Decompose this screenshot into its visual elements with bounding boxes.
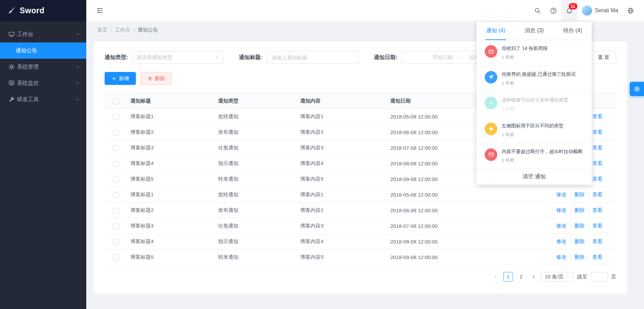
view-link[interactable]: 查看 [592,192,603,198]
prev-page-button[interactable] [491,272,500,281]
delete-link[interactable]: 删除 [574,192,585,198]
notification-item[interactable]: 左侧图标用于区分不同的类型 1 年前 [477,117,592,143]
row-checkbox[interactable] [113,223,119,229]
delete-link[interactable]: 删除 [574,238,585,245]
view-link[interactable]: 查看 [592,176,603,182]
notice-content-cell: 博客内容2 [296,207,386,214]
select-all-checkbox[interactable] [113,98,119,104]
breadcrumb-home[interactable]: 首页 [97,27,107,33]
edit-link[interactable]: 修改 [556,223,567,229]
language-button[interactable] [623,0,639,21]
notice-title-cell: 博客标题1 [126,192,214,198]
row-checkbox[interactable] [113,114,119,120]
mail-icon [488,49,494,55]
edit-link[interactable]: 修改 [556,254,567,260]
notification-item-read[interactable]: 这种模板可以区分多种通知类型 1 年前 [477,92,592,117]
row-checkbox[interactable] [113,239,119,245]
send-icon [488,74,494,80]
sidebar-item-dev-tools[interactable]: 研发工具 [0,91,86,108]
user-name: Serati Ma [595,7,618,14]
view-link[interactable]: 查看 [592,129,603,135]
notification-item[interactable]: 你推荐的 曲妮妮 已通过第三轮面试 1 年前 [477,66,592,92]
view-link[interactable]: 查看 [592,207,603,214]
page-2-button[interactable]: 2 [516,272,526,281]
star-icon [488,126,494,132]
globe-icon [627,7,634,14]
breadcrumb-workbench[interactable]: 工作台 [115,27,130,33]
view-link[interactable]: 查看 [592,238,603,245]
next-page-button[interactable] [529,272,538,281]
search-button[interactable] [530,0,545,21]
row-checkbox-cell [105,238,126,245]
view-link[interactable]: 查看 [592,113,603,120]
user-menu[interactable]: Serati Ma [577,0,623,21]
notification-body: 你收到了 14 份新周报 1 年前 [502,45,548,60]
menu-label: 工作台 [17,31,75,38]
row-checkbox[interactable] [113,192,119,198]
settings-button[interactable] [630,82,644,96]
breadcrumb-separator: / [133,27,135,33]
add-button[interactable]: 新增 [105,72,136,85]
notice-date-cell: 2018-07-08 12:00:00 [386,223,498,229]
help-button[interactable] [545,0,561,21]
tab-messages[interactable]: 消息 (3) [515,22,553,40]
view-link[interactable]: 查看 [592,254,603,260]
delete-button[interactable]: 删除 [141,72,172,85]
page-1-button[interactable]: 1 [503,272,513,281]
notification-title: 左侧图标用于区分不同的类型 [502,123,564,129]
column-header-type: 通知类型 [214,98,296,104]
row-checkbox[interactable] [113,161,119,167]
delete-link[interactable]: 删除 [574,223,585,229]
topbar: 11 Serati Ma [86,0,644,21]
clear-notifications-button[interactable]: 清空 通知 [477,169,592,185]
notifications-button[interactable]: 11 [561,0,577,21]
reset-button[interactable]: 重 置 [591,51,616,64]
edit-link[interactable]: 修改 [556,207,567,214]
gear-icon [633,85,641,93]
delete-link[interactable]: 删除 [574,254,585,260]
notice-content-cell: 博客内容5 [296,176,386,182]
notification-panel: 通知 (4) 消息 (3) 待办 (4) 你收到了 14 份新周报 1 年前 你… [477,22,592,185]
monitor-icon [8,80,15,87]
notice-type-select[interactable]: 请选择通知类型 [132,51,224,64]
notice-type-cell: 发布通知 [214,129,296,135]
app-logo: Sword [0,0,86,21]
action-divider [570,192,571,197]
notification-title: 你推荐的 曲妮妮 已通过第三轮面试 [502,71,576,77]
row-checkbox[interactable] [113,145,119,151]
edit-link[interactable]: 修改 [556,238,567,245]
row-checkbox[interactable] [113,255,119,260]
sidebar-item-system-management[interactable]: 系统管理 [0,59,86,75]
row-checkbox[interactable] [113,130,119,135]
filter-title-label: 通知标题: [239,54,262,61]
row-checkbox-cell [105,254,126,260]
notification-item[interactable]: 内容不要超过两行字，超出时自动截断 1 年前 [477,143,592,169]
row-checkbox[interactable] [113,208,119,214]
star-icon [485,123,497,135]
sidebar-item-notice[interactable]: 通知公告 [0,42,86,59]
action-divider [588,223,589,229]
sidebar-item-system-monitor[interactable]: 系统监控 [0,75,86,91]
tab-todos[interactable]: 待办 (4) [553,22,592,40]
chevron-right-icon [531,274,536,279]
row-checkbox[interactable] [113,177,119,182]
sidebar-collapse-button[interactable] [94,5,105,16]
row-actions: 修改 删除 查看 [498,192,616,198]
view-link[interactable]: 查看 [592,223,603,229]
date-range-separator: ~ [460,55,463,60]
row-checkbox-cell [105,145,126,151]
row-actions: 修改 删除 查看 [498,223,616,229]
page-size-select[interactable]: 10 条/页 [541,272,574,281]
jump-page-input[interactable] [591,272,608,281]
mail-icon [485,45,497,58]
tab-notifications[interactable]: 通知 (4) [477,22,515,40]
notice-title-input[interactable] [267,51,359,64]
sidebar-item-workbench[interactable]: 工作台 [0,26,86,42]
notification-item[interactable]: 你收到了 14 份新周报 1 年前 [477,40,592,66]
notice-content-cell: 博客内容1 [296,192,386,198]
view-link[interactable]: 查看 [592,160,603,167]
view-link[interactable]: 查看 [592,145,603,151]
select-placeholder: 请选择通知类型 [137,54,172,61]
delete-link[interactable]: 删除 [574,207,585,214]
edit-link[interactable]: 修改 [556,192,567,198]
